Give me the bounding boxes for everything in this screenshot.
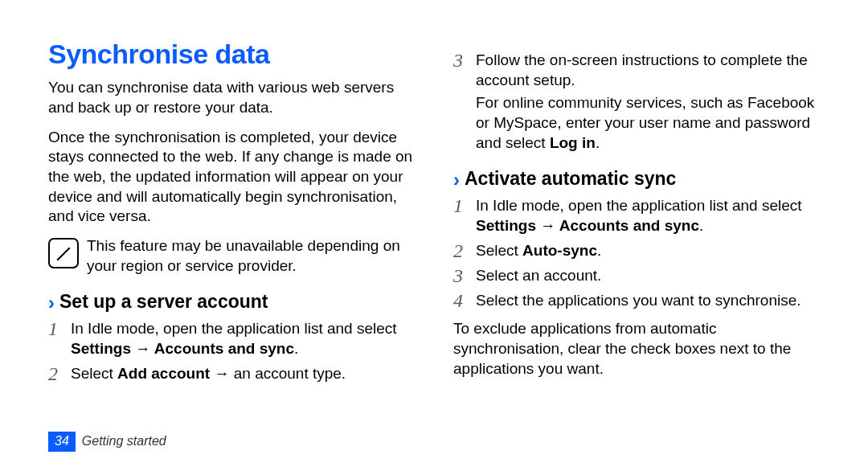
- chevron-icon: ›: [48, 293, 55, 313]
- step-body: Select an account.: [476, 266, 820, 286]
- step-text: Select: [71, 365, 117, 382]
- step-number: 1: [48, 319, 63, 339]
- step-number: 3: [453, 51, 468, 71]
- step-body: Follow the on-screen instructions to com…: [476, 51, 820, 153]
- step-text-pre: For online community services, such as F…: [476, 94, 814, 150]
- column-left: Synchronise data You can synchronise dat…: [48, 36, 415, 389]
- step: 2 Select Auto-sync.: [453, 241, 820, 261]
- subsection-title: Activate automatic sync: [465, 167, 676, 191]
- intro-paragraph-1: You can synchronise data with various we…: [48, 78, 415, 117]
- step: 3 Follow the on-screen instructions to c…: [453, 51, 820, 153]
- step-text: In Idle mode, open the application list …: [476, 197, 802, 214]
- step-number: 3: [453, 266, 468, 286]
- step-number: 1: [453, 196, 468, 216]
- step: 1 In Idle mode, open the application lis…: [453, 196, 820, 236]
- step-bold: Add account: [117, 365, 210, 382]
- step-bold: Auto-sync: [522, 242, 597, 259]
- subsection-activate-sync: › Activate automatic sync: [453, 167, 820, 191]
- note-callout: This feature may be unavailable dependin…: [48, 236, 415, 276]
- step-text: In Idle mode, open the application list …: [71, 320, 397, 337]
- column-right: 3 Follow the on-screen instructions to c…: [453, 36, 820, 389]
- manual-page: Synchronise data You can synchronise dat…: [0, 0, 868, 471]
- step-body: Select Add account → an account type.: [71, 364, 415, 384]
- step-text: Select: [476, 242, 522, 259]
- intro-paragraph-2: Once the synchronisation is completed, y…: [48, 128, 415, 227]
- step-text: Follow the on-screen instructions to com…: [476, 51, 820, 90]
- step-text-tail: .: [294, 340, 298, 357]
- page-number: 34: [48, 432, 76, 452]
- step: 4 Select the applications you want to sy…: [453, 291, 820, 311]
- step-text-tail: .: [596, 134, 600, 151]
- subsection-setup-server: › Set up a server account: [48, 290, 415, 314]
- step-body: Select the applications you want to sync…: [476, 291, 820, 311]
- step-body: In Idle mode, open the application list …: [71, 319, 415, 358]
- note-text: This feature may be unavailable dependin…: [87, 236, 415, 276]
- step-text-tail: .: [597, 242, 601, 259]
- section-title: Synchronise data: [48, 36, 415, 72]
- step-text-tail: → an account type.: [210, 365, 346, 382]
- subsection-title: Set up a server account: [59, 290, 268, 314]
- note-icon: [48, 238, 79, 268]
- step-number: 2: [453, 241, 468, 261]
- step-text-tail: .: [699, 217, 703, 234]
- step-number: 4: [453, 291, 468, 311]
- step-bold: Log in: [550, 134, 596, 151]
- footer-section: Getting started: [82, 433, 166, 450]
- step-bold: Settings → Accounts and sync: [71, 340, 294, 357]
- step-text-extra: For online community services, such as F…: [476, 93, 820, 153]
- step-body: In Idle mode, open the application list …: [476, 196, 820, 236]
- outro-paragraph: To exclude applications from automatic s…: [453, 319, 820, 379]
- page-footer: 34 Getting started: [48, 432, 166, 452]
- two-column-layout: Synchronise data You can synchronise dat…: [48, 36, 820, 389]
- step: 3 Select an account.: [453, 266, 820, 286]
- chevron-icon: ›: [453, 170, 460, 190]
- step-number: 2: [48, 364, 63, 384]
- step-bold: Settings → Accounts and sync: [476, 217, 699, 234]
- step-body: Select Auto-sync.: [476, 241, 820, 261]
- step: 2 Select Add account → an account type.: [48, 364, 415, 384]
- step: 1 In Idle mode, open the application lis…: [48, 319, 415, 358]
